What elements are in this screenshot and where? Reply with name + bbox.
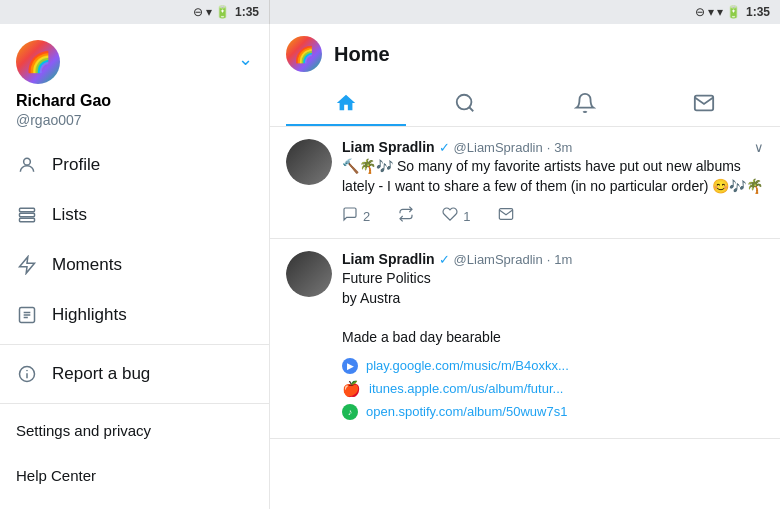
sidebar-item-moments[interactable]: Moments bbox=[0, 240, 269, 290]
sidebar-item-report[interactable]: Report a bug bbox=[0, 349, 269, 399]
reply-count-1: 2 bbox=[363, 209, 370, 224]
sidebar-nav: Profile Lists Moments bbox=[0, 140, 269, 509]
tweet-2-text: Future Politics by Austra Made a bad day… bbox=[342, 269, 764, 347]
svg-rect-2 bbox=[20, 213, 35, 216]
account-switcher-chevron[interactable]: ⌄ bbox=[238, 48, 253, 70]
footer-divider bbox=[0, 403, 269, 404]
tweet-2-link-2[interactable]: 🍎 itunes.apple.com/us/album/futur... bbox=[342, 380, 764, 398]
person-icon bbox=[16, 154, 38, 176]
tweet-1: Liam Spradlin ✓ @LiamSpradlin · 3m ∨ 🔨🌴🎶… bbox=[270, 127, 780, 239]
tweet-1-header: Liam Spradlin ✓ @LiamSpradlin · 3m ∨ bbox=[342, 139, 764, 155]
tweet-1-chevron[interactable]: ∨ bbox=[754, 140, 764, 155]
google-play-icon: ▶ bbox=[342, 358, 358, 374]
spotify-link[interactable]: open.spotify.com/album/50wuw7s1 bbox=[366, 404, 567, 419]
sidebar-item-profile[interactable]: Profile bbox=[0, 140, 269, 190]
heart-icon bbox=[442, 206, 458, 226]
tweet-1-handle: @LiamSpradlin bbox=[454, 140, 543, 155]
tab-notifications[interactable] bbox=[525, 82, 645, 126]
tweet-2-timestamp: 1m bbox=[554, 252, 572, 267]
lists-icon bbox=[16, 204, 38, 226]
sidebar-item-highlights[interactable]: Highlights bbox=[0, 290, 269, 340]
feed-header-top: 🌈 Home bbox=[286, 36, 764, 72]
tab-home[interactable] bbox=[286, 82, 406, 126]
retweet-button-1[interactable] bbox=[398, 206, 414, 226]
svg-point-0 bbox=[24, 158, 31, 165]
tweet-1-actions: 2 bbox=[342, 206, 764, 226]
sidebar-header: 🌈 Richard Gao @rgao007 ⌄ bbox=[0, 24, 269, 140]
tweet-1-avatar[interactable] bbox=[286, 139, 332, 185]
google-play-link[interactable]: play.google.com/music/m/B4oxkx... bbox=[366, 358, 569, 373]
svg-point-11 bbox=[27, 370, 28, 371]
tab-search[interactable] bbox=[406, 82, 526, 126]
sidebar-item-lists[interactable]: Lists bbox=[0, 190, 269, 240]
right-panel: 🌈 Home bbox=[270, 24, 780, 509]
retweet-icon bbox=[398, 206, 414, 226]
feed-title: Home bbox=[334, 43, 390, 66]
tweet-1-verified: ✓ bbox=[439, 140, 450, 155]
spotify-icon: ♪ bbox=[342, 404, 358, 420]
svg-rect-3 bbox=[20, 218, 35, 221]
sidebar-item-label-highlights: Highlights bbox=[52, 305, 127, 325]
info-icon bbox=[16, 363, 38, 385]
main-content: 🌈 Richard Gao @rgao007 ⌄ Profile bbox=[0, 24, 780, 509]
tweet-2-link-1[interactable]: ▶ play.google.com/music/m/B4oxkx... bbox=[342, 358, 764, 374]
sidebar-item-label-lists: Lists bbox=[52, 205, 87, 225]
tweet-1-text: 🔨🌴🎶 So many of my favorite artists have … bbox=[342, 157, 764, 196]
like-button-1[interactable]: 1 bbox=[442, 206, 470, 226]
sidebar-item-settings[interactable]: Settings and privacy bbox=[0, 408, 269, 453]
tweet-1-time: · bbox=[547, 140, 551, 155]
avatar[interactable]: 🌈 bbox=[16, 40, 60, 84]
tweet-2-header: Liam Spradlin ✓ @LiamSpradlin · 1m bbox=[342, 251, 764, 267]
tweet-2-username: Liam Spradlin bbox=[342, 251, 435, 267]
svg-point-12 bbox=[457, 95, 472, 110]
tweet-1-body: Liam Spradlin ✓ @LiamSpradlin · 3m ∨ 🔨🌴🎶… bbox=[342, 139, 764, 226]
sidebar-item-label-moments: Moments bbox=[52, 255, 122, 275]
moments-icon bbox=[16, 254, 38, 276]
tweet-1-timestamp: 3m bbox=[554, 140, 572, 155]
itunes-link[interactable]: itunes.apple.com/us/album/futur... bbox=[369, 381, 563, 396]
apple-icon: 🍎 bbox=[342, 380, 361, 398]
svg-line-13 bbox=[470, 107, 474, 111]
tweet-2-verified: ✓ bbox=[439, 252, 450, 267]
svg-rect-1 bbox=[20, 208, 35, 211]
feed-header: 🌈 Home bbox=[270, 24, 780, 127]
tweet-1-username: Liam Spradlin bbox=[342, 139, 435, 155]
tweet-2: Liam Spradlin ✓ @LiamSpradlin · 1m Futur… bbox=[270, 239, 780, 438]
tweet-2-avatar[interactable] bbox=[286, 251, 332, 297]
sidebar: 🌈 Richard Gao @rgao007 ⌄ Profile bbox=[0, 24, 270, 509]
user-handle: @rgao007 bbox=[16, 112, 111, 128]
svg-marker-4 bbox=[20, 257, 35, 274]
highlights-icon bbox=[16, 304, 38, 326]
tweet-2-link-3[interactable]: ♪ open.spotify.com/album/50wuw7s1 bbox=[342, 404, 764, 420]
dm-button-1[interactable] bbox=[498, 206, 514, 226]
tab-messages[interactable] bbox=[645, 82, 765, 126]
sidebar-item-help[interactable]: Help Center bbox=[0, 453, 269, 498]
status-bar: ⊖ ▾ 🔋 1:35 ⊖ ▾ ▾ 🔋 1:35 bbox=[0, 0, 780, 24]
feed-user-avatar[interactable]: 🌈 bbox=[286, 36, 322, 72]
like-count-1: 1 bbox=[463, 209, 470, 224]
nav-divider bbox=[0, 344, 269, 345]
user-info: Richard Gao @rgao007 bbox=[16, 92, 111, 128]
status-bar-left-icons: ⊖ ▾ 🔋 1:35 bbox=[193, 5, 259, 19]
sidebar-item-label-profile: Profile bbox=[52, 155, 100, 175]
feed-tabs bbox=[286, 82, 764, 126]
sidebar-item-label-report: Report a bug bbox=[52, 364, 150, 384]
tweet-2-time: · bbox=[547, 252, 551, 267]
reply-icon bbox=[342, 206, 358, 226]
status-bar-right-icons: ⊖ ▾ ▾ 🔋 1:35 bbox=[695, 5, 770, 19]
tweet-2-body: Liam Spradlin ✓ @LiamSpradlin · 1m Futur… bbox=[342, 251, 764, 425]
reply-button-1[interactable]: 2 bbox=[342, 206, 370, 226]
tweets-container: Liam Spradlin ✓ @LiamSpradlin · 3m ∨ 🔨🌴🎶… bbox=[270, 127, 780, 509]
user-name: Richard Gao bbox=[16, 92, 111, 110]
tweet-2-handle: @LiamSpradlin bbox=[454, 252, 543, 267]
dm-icon bbox=[498, 206, 514, 226]
